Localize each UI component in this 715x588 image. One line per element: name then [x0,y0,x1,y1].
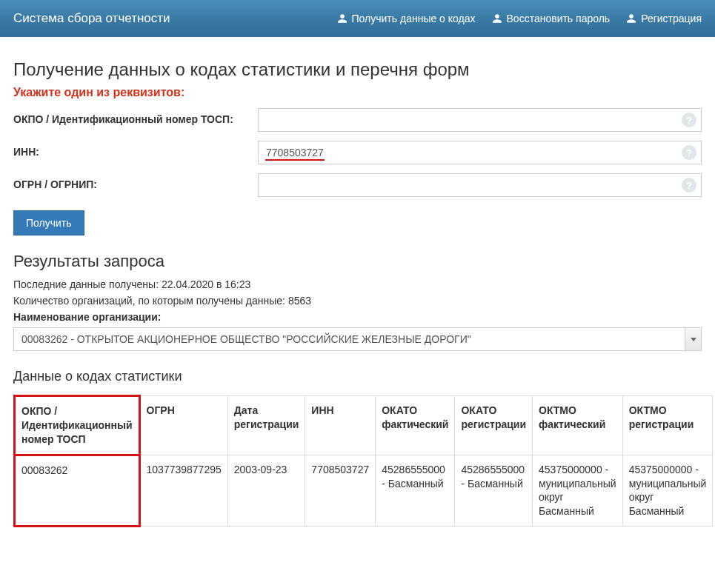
nav-link-label: Регистрация [641,13,702,24]
codes-heading: Данные о кодах статистики [13,369,702,384]
td-regdate: 2003-09-23 [227,455,305,527]
chevron-down-icon [685,328,701,350]
page-subtitle: Укажите один из реквизитов: [13,86,702,99]
org-count-line: Количество организаций, по которым получ… [13,295,702,307]
codes-table: ОКПО / Идентификационный номер ТОСП ОГРН… [13,395,713,527]
th-oktmo-reg: ОКТМО регистрации [622,396,713,455]
okpo-input[interactable] [258,108,702,132]
th-ogrn: ОГРН [139,396,227,455]
ogrn-label: ОГРН / ОГРНИП: [13,173,258,192]
td-oktmo-reg: 45375000000 - муниципальный округ Басман… [622,455,713,527]
org-select[interactable]: 00083262 - ОТКРЫТОЕ АКЦИОНЕРНОЕ ОБЩЕСТВО… [13,327,702,351]
last-data-line: Последние данные получены: 22.04.2020 в … [13,278,702,290]
ogrn-input-wrap: ? [258,173,702,197]
form-row-inn: ИНН: ? [13,141,702,164]
td-okpo: 00083262 [15,455,140,527]
form-row-okpo: ОКПО / Идентификационный номер ТОСП: ? [13,108,702,132]
org-select-value: 00083262 - ОТКРЫТОЕ АКЦИОНЕРНОЕ ОБЩЕСТВО… [13,327,702,351]
th-okato-fact: ОКАТО фактический [376,396,455,455]
user-icon [337,13,347,24]
inn-underline-annotation [265,159,325,161]
table-row: 00083262 1037739877295 2003-09-23 770850… [15,455,713,527]
nav-link-label: Получить данные о кодах [352,13,476,24]
okpo-label: ОКПО / Идентификационный номер ТОСП: [13,108,258,127]
nav-link-get-codes[interactable]: Получить данные о кодах [337,13,476,24]
main-container: Получение данных о кодах статистики и пе… [0,37,715,541]
td-ogrn: 1037739877295 [139,455,227,527]
nav-link-label: Восстановить пароль [507,13,611,24]
td-okato-reg: 45286555000 - Басманный [455,455,533,527]
th-regdate: Дата регистрации [227,396,305,455]
td-okato-fact: 45286555000 - Басманный [376,455,455,527]
th-oktmo-fact: ОКТМО фактический [533,396,623,455]
submit-button[interactable]: Получить [13,210,84,235]
results-heading: Результаты запроса [13,252,702,271]
ogrn-input[interactable] [258,173,702,197]
th-okpo: ОКПО / Идентификационный номер ТОСП [15,396,140,455]
td-inn: 7708503727 [305,455,376,527]
table-header-row: ОКПО / Идентификационный номер ТОСП ОГРН… [15,396,713,455]
th-okato-reg: ОКАТО регистрации [455,396,533,455]
th-inn: ИНН [305,396,376,455]
navbar-brand: Система сбора отчетности [13,11,170,26]
user-icon [492,13,502,24]
user-icon [626,13,636,24]
inn-label: ИНН: [13,141,258,159]
help-icon[interactable]: ? [682,113,696,127]
okpo-input-wrap: ? [258,108,702,132]
org-name-label: Наименование организации: [13,311,161,323]
inn-input[interactable] [258,141,702,164]
nav-link-recover-password[interactable]: Восстановить пароль [492,13,611,24]
form-row-ogrn: ОГРН / ОГРНИП: ? [13,173,702,197]
nav-link-register[interactable]: Регистрация [626,13,702,24]
page-title: Получение данных о кодах статистики и пе… [13,59,702,80]
navbar-links: Получить данные о кодах Восстановить пар… [337,13,702,24]
td-oktmo-fact: 45375000000 - муниципальный округ Басман… [533,455,623,527]
navbar: Система сбора отчетности Получить данные… [0,0,715,37]
help-icon[interactable]: ? [682,145,696,160]
help-icon[interactable]: ? [682,178,696,193]
inn-input-wrap: ? [258,141,702,164]
